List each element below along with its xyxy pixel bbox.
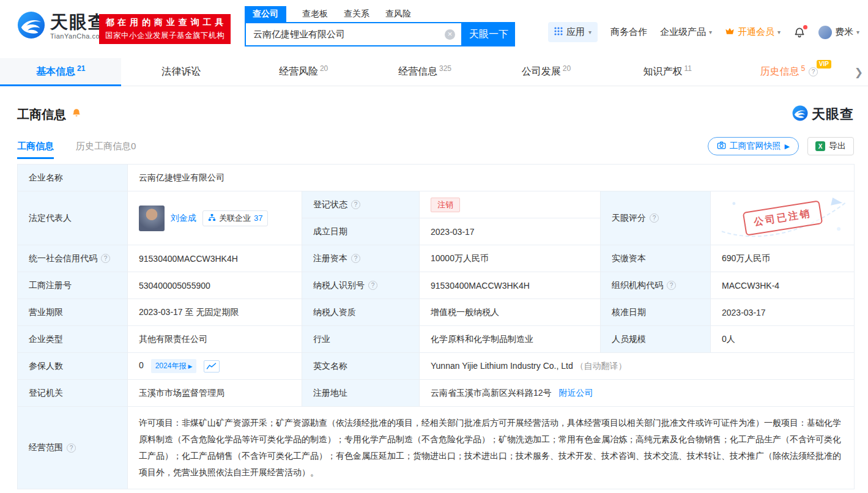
export-button[interactable]: X 导出 — [807, 137, 854, 155]
caret-down-icon: ▾ — [588, 29, 592, 35]
help-icon[interactable]: ? — [351, 200, 360, 209]
annual-report-label: 2024年报 — [155, 361, 187, 371]
tab-legal-litigation[interactable]: 法律诉讼 — [121, 58, 242, 86]
company-name-value: 云南亿捷锂业有限公司 — [139, 172, 224, 182]
tab-label: 公司发展 — [522, 65, 561, 78]
legal-rep-photo[interactable] — [139, 206, 165, 231]
apps-label: 应用 — [566, 26, 585, 38]
table-row: 参保人数 0 2024年报 ▶ 英文名称 Yunnan Yijie Lithiu… — [18, 353, 855, 380]
excel-icon: X — [815, 141, 825, 151]
tab-operating-risk[interactable]: 经营风险 20 — [243, 58, 364, 86]
reg-capital-value: 10000万人民币 — [431, 253, 489, 263]
subtab-business-info[interactable]: 工商信息 — [17, 133, 54, 159]
search-tab-relation[interactable]: 查关系 — [344, 6, 369, 22]
tab-label: 基本信息 — [36, 65, 75, 78]
caret-down-icon: ▾ — [856, 29, 859, 35]
tab-label: 法律诉讼 — [161, 65, 201, 78]
help-icon[interactable]: ? — [101, 254, 110, 263]
business-scope-value: 许可项目：非煤矿山矿产资源开采；矿产资源勘查（依法须经批准的项目，经相关部门批准… — [139, 418, 841, 477]
monitor-bell-icon[interactable] — [71, 108, 82, 121]
apps-grid-icon — [554, 27, 563, 37]
table-row: 经营范围? 许可项目：非煤矿山矿产资源开采；矿产资源勘查（依法须经批准的项目，经… — [18, 407, 855, 489]
paid-capital-label: 实缴资本 — [612, 253, 646, 263]
tab-history-info[interactable]: 历史信息 5 ? VIP — [729, 58, 850, 86]
nav-business-cooperation[interactable]: 商务合作 — [610, 26, 647, 38]
user-avatar — [818, 26, 832, 39]
registry-label: 登记机关 — [29, 388, 63, 398]
taxpayer-quality-label: 纳税人资质 — [313, 307, 356, 317]
insured-label: 参保人数 — [29, 361, 63, 371]
tab-intellectual-property[interactable]: 知识产权 11 — [607, 58, 728, 86]
arrow-right-icon: ▶ — [188, 363, 192, 369]
business-scope-label: 经营范围 — [29, 442, 63, 453]
watermark-brand-name: 天眼查 — [812, 105, 854, 124]
chevron-right-icon[interactable]: ❯ — [855, 65, 863, 78]
approval-date-value: 2023-03-17 — [722, 308, 766, 317]
tab-label: 历史信息 — [760, 65, 799, 78]
slogan-line2: 国家中小企业发展子基金旗下机构 — [105, 31, 224, 41]
credit-code-value: 91530400MACCW3HK4H — [139, 254, 238, 264]
search-input[interactable] — [245, 22, 462, 46]
english-name-label: 英文名称 — [313, 361, 347, 371]
table-row: 工商注册号 530400005055900 纳税人识别号? 91530400MA… — [18, 272, 855, 299]
staff-size-value: 0人 — [722, 334, 735, 344]
help-icon[interactable]: ? — [809, 67, 818, 76]
tab-label: 经营信息 — [398, 65, 437, 78]
search-tab-risk[interactable]: 查风险 — [385, 6, 411, 22]
taxpayer-id-value: 91530400MACCW3HK4H — [431, 281, 530, 291]
trend-chart-icon[interactable] — [204, 360, 220, 373]
table-row: 企业类型 其他有限责任公司 行业 化学原料和化学制品制造业 人员规模 0人 — [18, 326, 855, 353]
registry-value: 玉溪市市场监督管理局 — [139, 388, 224, 398]
search-tab-boss[interactable]: 查老板 — [302, 6, 328, 22]
notifications-bell[interactable] — [793, 26, 806, 39]
user-name: 费米 — [835, 26, 853, 38]
table-row: 登记机关 玉溪市市场监督管理局 注册地址 云南省玉溪市高新区兴科路12号 附近公… — [18, 380, 855, 407]
nearby-companies-link[interactable]: 附近公司 — [558, 388, 593, 398]
staff-size-label: 人员规模 — [612, 334, 646, 344]
apps-menu[interactable]: 应用 ▾ — [548, 22, 598, 42]
header: 天眼查 TianYanCha.com 都 在 用 的 商 业 查 询 工 具 国… — [0, 0, 868, 58]
reg-capital-label: 注册资本 — [313, 253, 347, 264]
related-companies-count: 37 — [254, 213, 262, 223]
search-tabs: 查公司 查老板 查关系 查风险 — [245, 6, 515, 22]
help-icon[interactable]: ? — [351, 254, 360, 263]
arrow-right-icon: ▶ — [785, 143, 790, 150]
related-companies-badge[interactable]: 关联企业 37 — [202, 210, 268, 226]
table-row: 企业名称 云南亿捷锂业有限公司 — [18, 165, 855, 191]
legal-rep-name-link[interactable]: 刘金成 — [171, 213, 196, 224]
section-head: 工商信息 天眼查 — [17, 105, 854, 124]
tab-label: 知识产权 — [644, 65, 683, 78]
business-term-label: 营业期限 — [29, 307, 63, 317]
help-icon[interactable]: ? — [368, 281, 377, 290]
top-right-nav: 应用 ▾ 商务合作 企业级产品 ▾ 开通会员 ▾ — [548, 22, 859, 42]
business-info-table: 企业名称 云南亿捷锂业有限公司 法定代表人 刘金成 关联企业 37 — [17, 164, 855, 489]
nav-enterprise-products[interactable]: 企业级产品 ▾ — [660, 26, 712, 38]
subtab-history-business-info[interactable]: 历史工商信息0 — [76, 133, 136, 159]
search-clear-icon[interactable]: × — [445, 29, 455, 40]
help-icon[interactable]: ? — [650, 213, 659, 223]
annual-report-tag[interactable]: 2024年报 ▶ — [151, 359, 197, 373]
user-menu[interactable]: 费米 ▾ — [818, 26, 859, 39]
help-icon[interactable]: ? — [67, 443, 76, 453]
credit-code-label: 统一社会信用代码 — [29, 253, 97, 264]
legal-rep-label: 法定代表人 — [29, 213, 72, 223]
tianyancha-logo[interactable]: 天眼查 TianYanCha.com — [17, 11, 107, 42]
tab-basic-info[interactable]: 基本信息 21 — [0, 58, 121, 86]
tianyancha-logo-icon-small — [792, 105, 808, 124]
snapshot-button[interactable]: 工商官网快照 ▶ — [708, 137, 799, 155]
caret-down-icon: ▾ — [709, 29, 712, 35]
nav-open-vip[interactable]: 开通会员 ▾ — [725, 26, 781, 38]
search-tab-company[interactable]: 查公司 — [245, 6, 286, 22]
slogan-banner: 都 在 用 的 商 业 查 询 工 具 国家中小企业发展子基金旗下机构 — [99, 14, 231, 44]
help-icon[interactable]: ? — [667, 281, 676, 290]
tyc-score-label: 天眼评分 — [612, 213, 646, 224]
section-title: 工商信息 — [17, 106, 66, 123]
tianyancha-logo-icon — [17, 11, 45, 42]
industry-value: 化学原料和化学制品制造业 — [431, 334, 533, 344]
company-type-value: 其他有限责任公司 — [139, 334, 207, 344]
search-button[interactable]: 天眼一下 — [462, 22, 515, 46]
tab-company-development[interactable]: 公司发展 20 — [486, 58, 607, 86]
vip-label: 开通会员 — [738, 26, 774, 38]
tab-operating-info[interactable]: 经营信息 325 — [364, 58, 485, 86]
paid-capital-value: 690万人民币 — [722, 253, 770, 263]
